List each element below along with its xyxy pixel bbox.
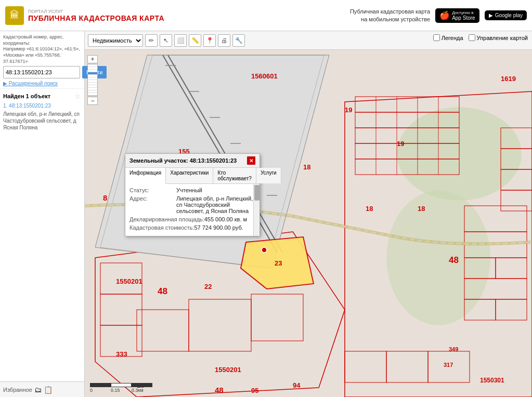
legend-checkbox[interactable] bbox=[433, 34, 440, 41]
scale-bar: 0 0.15 0.3км bbox=[90, 383, 152, 393]
app-title: ПУБЛИЧНАЯ КАДАСТРОВАЯ КАРТА bbox=[28, 14, 164, 22]
popup-tab-services[interactable]: Услуги bbox=[256, 168, 281, 183]
favorites-manage-icon[interactable]: 📋 bbox=[44, 386, 53, 394]
popup-tab-info[interactable]: Информация bbox=[125, 168, 166, 184]
results-section: Найден 1 объект ☆ 1. 48:13:1550201:23 Ли… bbox=[0, 88, 84, 134]
results-header: Найден 1 объект ☆ bbox=[3, 92, 81, 100]
zoom-in-button[interactable]: + bbox=[87, 55, 98, 63]
googleplay-label: Google play bbox=[495, 12, 523, 18]
popup-header: Земельный участок: 48:13:1550201:23 ✕ bbox=[125, 154, 259, 168]
scale-line bbox=[90, 383, 152, 387]
manage-map-label: Управление картой bbox=[477, 35, 528, 41]
header-title-block: ПОРТАЛ УСЛУГ ПУБЛИЧНАЯ КАДАСТРОВАЯ КАРТА bbox=[28, 9, 164, 22]
manage-map-checkbox[interactable] bbox=[469, 34, 475, 41]
header-right: Публичная кадастровая карта на мобильном… bbox=[350, 8, 527, 23]
toolbar-draw-button[interactable]: ✏ bbox=[145, 34, 158, 47]
cadastral-cost-label: Кадастровая стоимость: bbox=[129, 224, 194, 231]
favorites-add-icon[interactable]: 🗂 bbox=[34, 386, 42, 394]
popup-row-status: Статус: Учтенный bbox=[129, 187, 255, 193]
portal-label: ПОРТАЛ УСЛУГ bbox=[28, 9, 164, 14]
address-label: Адрес: bbox=[129, 195, 176, 214]
layer-select[interactable]: Недвижимость bbox=[88, 34, 143, 47]
results-count: Найден 1 объект bbox=[3, 93, 50, 99]
search-section: Кадастровый номер, адрес, координаты: На… bbox=[0, 31, 84, 86]
scale-label-0: 0 bbox=[90, 388, 111, 393]
map-controls-right: Легенда Управление картой bbox=[433, 34, 528, 41]
svg-text:1550301: 1550301 bbox=[480, 377, 504, 384]
popup-close-button[interactable]: ✕ bbox=[247, 156, 255, 165]
toolbar-measure-button[interactable]: 📏 bbox=[189, 34, 201, 47]
svg-text:48: 48 bbox=[158, 286, 167, 296]
address-value: Липецкая обл, р-н Липецкий, сп Частодубр… bbox=[176, 195, 255, 214]
status-label: Статус: bbox=[129, 187, 176, 193]
toolbar-settings-button[interactable]: 🔧 bbox=[232, 34, 245, 47]
area-value: 455 000.00 кв. м bbox=[204, 216, 255, 222]
toolbar-print-button[interactable]: 🖨 bbox=[218, 34, 230, 47]
svg-text:349: 349 bbox=[449, 346, 458, 352]
favorite-star-icon[interactable]: ☆ bbox=[74, 92, 81, 100]
popup-row-area: Декларированная площадь: 455 000.00 кв. … bbox=[129, 216, 255, 222]
toolbar-area-button[interactable]: ⬜ bbox=[174, 34, 187, 47]
toolbar-select-button[interactable]: ↖ bbox=[160, 34, 172, 47]
zoom-out-button[interactable]: − bbox=[87, 97, 98, 105]
legend-check[interactable]: Легенда bbox=[433, 34, 463, 41]
svg-point-46 bbox=[262, 247, 267, 253]
cadastral-cost-value: 57 724 900.00 руб. bbox=[194, 224, 255, 231]
appstore-button[interactable]: 🍎 Доступно в App Store bbox=[435, 8, 479, 23]
zoom-controls: + − bbox=[87, 55, 98, 105]
header-left: 🏛 ПОРТАЛ УСЛУГ ПУБЛИЧНАЯ КАДАСТРОВАЯ КАР… bbox=[5, 6, 164, 25]
popup-tabs: Информация Характеристики Кто обслуживае… bbox=[125, 168, 259, 184]
result-item[interactable]: 1. 48:13:1550201:23 bbox=[3, 102, 81, 110]
advanced-search-link[interactable]: ▶ Расширенный поиск bbox=[3, 81, 81, 86]
scale-labels: 0 0.15 0.3км bbox=[90, 388, 152, 393]
svg-text:8: 8 bbox=[103, 193, 107, 202]
result-id: 1. 48:13:1550201:23 bbox=[3, 103, 51, 109]
svg-text:19: 19 bbox=[345, 106, 352, 114]
search-row: Найти bbox=[3, 66, 81, 78]
svg-text:22: 22 bbox=[204, 283, 212, 290]
svg-text:19: 19 bbox=[397, 140, 404, 148]
svg-text:317: 317 bbox=[444, 362, 453, 368]
svg-text:18: 18 bbox=[418, 205, 425, 213]
svg-text:48: 48 bbox=[215, 386, 224, 394]
logo-icon: 🏛 bbox=[5, 6, 24, 25]
manage-map-check[interactable]: Управление картой bbox=[469, 34, 528, 41]
scroll-handle[interactable] bbox=[254, 185, 259, 201]
svg-text:18: 18 bbox=[366, 205, 373, 213]
scale-label-03: 0.3км bbox=[132, 388, 152, 393]
toolbar-point-button[interactable]: 📍 bbox=[203, 34, 216, 47]
popup-body: Статус: Учтенный Адрес: Липецкая обл, р-… bbox=[125, 184, 259, 236]
svg-text:1550201: 1550201 bbox=[215, 366, 241, 374]
popup-row-address: Адрес: Липецкая обл, р-н Липецкий, сп Ча… bbox=[129, 195, 255, 214]
legend-label: Легенда bbox=[442, 35, 463, 41]
popup-scrollbar[interactable] bbox=[253, 184, 259, 236]
area-label: Декларированная площадь: bbox=[129, 216, 204, 222]
popup-content: Статус: Учтенный Адрес: Липецкая обл, р-… bbox=[125, 184, 259, 236]
header: 🏛 ПОРТАЛ УСЛУГ ПУБЛИЧНАЯ КАДАСТРОВАЯ КАР… bbox=[0, 0, 532, 31]
scale-label-015: 0.15 bbox=[111, 388, 132, 393]
svg-text:1619: 1619 bbox=[501, 75, 516, 83]
favorites-label: Избранное bbox=[3, 387, 32, 393]
svg-text:18: 18 bbox=[303, 163, 310, 171]
svg-text:1550201: 1550201 bbox=[116, 277, 142, 285]
apple-icon: 🍎 bbox=[439, 10, 450, 20]
zoom-slider[interactable] bbox=[87, 64, 98, 96]
status-value: Учтенный bbox=[176, 187, 255, 193]
search-hint: Кадастровый номер, адрес, координаты: На… bbox=[3, 34, 81, 64]
svg-text:94: 94 bbox=[293, 381, 301, 389]
appstore-label: App Store bbox=[452, 15, 475, 21]
svg-text:95: 95 bbox=[251, 387, 258, 394]
mobile-text: Публичная кадастровая карта на мобильном… bbox=[350, 8, 430, 23]
googleplay-icon: ▶ bbox=[489, 12, 493, 18]
popup-title: Земельный участок: 48:13:1550201:23 bbox=[129, 157, 237, 164]
popup-tab-service[interactable]: Кто обслуживает? bbox=[213, 168, 256, 183]
sidebar-bottom: Избранное 🗂 📋 bbox=[0, 381, 84, 397]
svg-text:1560601: 1560601 bbox=[251, 72, 278, 80]
sidebar: Кадастровый номер, адрес, координаты: На… bbox=[0, 31, 85, 397]
search-input[interactable] bbox=[3, 66, 80, 78]
popup: Земельный участок: 48:13:1550201:23 ✕ Ин… bbox=[125, 153, 260, 236]
popup-row-cost: Кадастровая стоимость: 57 724 900.00 руб… bbox=[129, 224, 255, 231]
available-label: Доступно в bbox=[452, 10, 475, 15]
googleplay-button[interactable]: ▶ Google play bbox=[485, 10, 527, 20]
popup-tab-characteristics[interactable]: Характеристики bbox=[166, 168, 213, 183]
